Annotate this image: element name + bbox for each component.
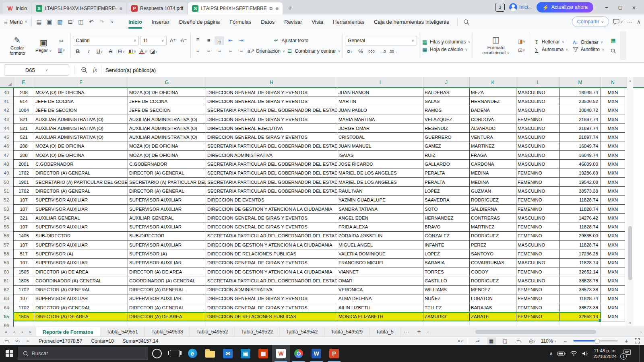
- cell[interactable]: 38573.38: [560, 286, 601, 294]
- cell[interactable]: MXN: [601, 133, 625, 142]
- share-button[interactable]: Compartir ∨: [572, 16, 609, 27]
- cell[interactable]: JUAN PABLO: [337, 106, 423, 115]
- cell[interactable]: 11828.74: [560, 222, 601, 231]
- wrap-text-button[interactable]: ↵ Ajustar texto: [273, 37, 308, 43]
- sheet-tab-tabla-549522[interactable]: Tabla_549522: [235, 327, 280, 337]
- cell[interactable]: COVARRUBIAS: [470, 259, 516, 267]
- decrease-indent-button[interactable]: ⇤: [225, 36, 235, 45]
- zoom-in-button[interactable]: +: [622, 337, 631, 345]
- battery-icon[interactable]: [557, 351, 566, 356]
- distributed-button[interactable]: ≡: [236, 47, 246, 56]
- row-header-61[interactable]: 61: [0, 276, 13, 285]
- vertical-scrollbar[interactable]: ▲▼: [627, 77, 633, 327]
- cell[interactable]: SUPERVISOR AUXILIAR: [34, 196, 128, 205]
- cell[interactable]: DIRECTOR (A) GENERAL: [128, 187, 206, 195]
- cell[interactable]: AUXILIAR ADMINISTRATIVA (O): [128, 124, 206, 133]
- cell[interactable]: PERALTA: [423, 178, 470, 187]
- cell[interactable]: AUXILIAR ADMINISTRATIVA (O): [34, 133, 128, 142]
- align-left-button[interactable]: ≡: [193, 47, 202, 56]
- sheet-tab-tabla-549551[interactable]: Tabla_549551: [100, 327, 145, 337]
- cell[interactable]: 107: [13, 205, 34, 214]
- row-header-42[interactable]: 42: [0, 106, 13, 115]
- cell[interactable]: MOZA (O) DE OFICINA: [128, 88, 206, 97]
- grow-font-button[interactable]: A⁺: [168, 36, 178, 45]
- cell[interactable]: DIRECCION ADMINISTRATIVA: [206, 151, 337, 160]
- row-header-63[interactable]: 63: [0, 294, 13, 303]
- cell[interactable]: PERALTA: [423, 169, 470, 178]
- cell[interactable]: SECRETARIO (A) PARTICULAR DEL GOBERNADOR: [34, 178, 128, 187]
- cell[interactable]: SANDRA TATIANA: [337, 205, 423, 214]
- cell[interactable]: 2001: [13, 160, 34, 169]
- cell[interactable]: MIGUEL ANGEL: [337, 241, 423, 249]
- cell[interactable]: LOPEZ: [423, 249, 470, 258]
- open-file-icon[interactable]: ▤: [34, 17, 44, 27]
- cell[interactable]: 11828.74: [560, 259, 601, 267]
- window-tab[interactable]: SLTAIPSLP84XI+SEPTIEMBRE+24⧉: [188, 2, 283, 14]
- cell[interactable]: SECRETARIA PARTICULAR DEL GOBERNADOR DEL…: [206, 106, 337, 115]
- redo-icon[interactable]: ↷: [97, 17, 107, 27]
- row-header-48[interactable]: 48: [0, 160, 13, 169]
- cell[interactable]: LOPEZ: [423, 187, 470, 195]
- cell[interactable]: BADENA: [470, 106, 516, 115]
- window-tab[interactable]: SLTAIPSLP84XVII+SEPTIEMBRE+24 (1: [32, 2, 126, 14]
- taskbar-search-input[interactable]: Buscar: [19, 347, 148, 360]
- cell[interactable]: 107: [13, 294, 34, 303]
- name-box[interactable]: D65 ∨: [4, 64, 69, 76]
- increase-decimal-button[interactable]: .00→: [388, 47, 398, 56]
- hidden-icons-chevron[interactable]: ∧: [549, 351, 553, 356]
- formula-content[interactable]: Servidor(a) público(a): [101, 66, 644, 74]
- cell[interactable]: SUPERVISOR AUXILIAR: [34, 205, 128, 214]
- cell[interactable]: MASCULINO: [516, 88, 560, 97]
- cell[interactable]: DIRECCION DE GESTION Y ATENCION A LA CIU…: [206, 205, 337, 214]
- cell[interactable]: 21897.74: [560, 124, 601, 133]
- row-header-62[interactable]: 62: [0, 286, 13, 294]
- cell[interactable]: [470, 321, 516, 327]
- row-header-44[interactable]: 44: [0, 124, 13, 133]
- column-header-J[interactable]: J: [423, 77, 470, 87]
- cell[interactable]: FRANCISCO MIGUEL: [337, 259, 423, 267]
- cell[interactable]: FEMENINO: [516, 196, 560, 205]
- cell[interactable]: [423, 321, 470, 327]
- cell[interactable]: DIRECTOR (A) DE AREA: [128, 267, 206, 276]
- menu-tab-dise-o-de-p-gina[interactable]: Diseño de página: [174, 14, 225, 29]
- notification-center-button[interactable]: 1: [623, 349, 631, 358]
- cell[interactable]: MASCULINO: [516, 259, 560, 267]
- ribbon-search-button[interactable]: [457, 18, 469, 26]
- shrink-font-button[interactable]: A⁻: [179, 36, 188, 45]
- cell[interactable]: MXN: [601, 303, 625, 312]
- cell[interactable]: DIRECCION GENERAL DE GIRAS Y EVENTOS: [206, 97, 337, 106]
- cell[interactable]: 107: [13, 222, 34, 231]
- cell[interactable]: 11828.74: [560, 294, 601, 303]
- cell[interactable]: SUB-DIRECTOR: [128, 232, 206, 241]
- row-header-45[interactable]: 45: [0, 133, 13, 142]
- outline-icon[interactable]: ≡: [23, 337, 32, 345]
- save-icon[interactable]: ▣: [45, 17, 54, 27]
- cell[interactable]: DIRECTOR (A) GENERAL: [34, 169, 128, 178]
- next-sheet-button[interactable]: ›: [19, 329, 26, 334]
- thousands-button[interactable]: 000: [367, 47, 376, 56]
- cell[interactable]: MOZA (O) DE OFICINA: [128, 151, 206, 160]
- cell[interactable]: 1805: [13, 276, 34, 285]
- cell[interactable]: [337, 321, 423, 327]
- cell[interactable]: 1702: [13, 286, 34, 294]
- column-header-K[interactable]: K: [470, 77, 516, 87]
- cell[interactable]: MXN: [601, 160, 625, 169]
- cell[interactable]: SUPERVISOR (A): [128, 249, 206, 258]
- cell[interactable]: MXN: [601, 286, 625, 294]
- cell[interactable]: 38573.38: [560, 303, 601, 312]
- italic-button[interactable]: I: [84, 47, 93, 56]
- copy-button[interactable]: ▥∨: [56, 46, 66, 55]
- cell[interactable]: SUPERVISOR AUXILIAR: [34, 294, 128, 303]
- sheet-overflow-button[interactable]: ···: [400, 327, 413, 337]
- cell[interactable]: FEMENINO: [516, 312, 560, 321]
- goto-view-button[interactable]: ⇥: [473, 337, 482, 345]
- justify-button[interactable]: ≡: [225, 47, 235, 56]
- cell[interactable]: SUPERVISOR AUXILIAR: [128, 294, 206, 303]
- ribbon-expand-button[interactable]: [620, 31, 626, 60]
- sheet-tab-tabla-549542[interactable]: Tabla_549542: [280, 327, 325, 337]
- cell[interactable]: SECRETARIA PARTICULAR DEL GOBERNADOR DEL…: [206, 160, 337, 169]
- cell[interactable]: FEMENINO: [516, 222, 560, 231]
- cell[interactable]: 29835.00: [560, 232, 601, 241]
- align-middle-button[interactable]: ≡: [204, 36, 213, 45]
- cell[interactable]: MARIEL DE LOS ANGELES: [337, 169, 423, 178]
